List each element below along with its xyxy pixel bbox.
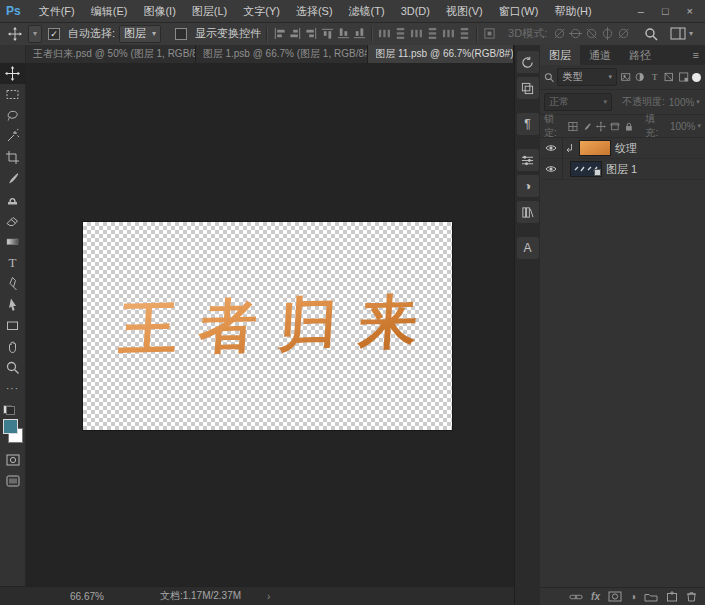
layer-name[interactable]: 图层 1 bbox=[606, 162, 637, 177]
align-right-icon[interactable] bbox=[305, 27, 318, 40]
filter-shape-icon[interactable] bbox=[663, 71, 674, 83]
menu-item-3d[interactable]: 3D(D) bbox=[393, 0, 438, 22]
menu-item-window[interactable]: 窗口(W) bbox=[491, 0, 547, 22]
layer-row-layer1[interactable]: 图层 1 bbox=[540, 159, 705, 180]
shape-tool[interactable] bbox=[0, 315, 26, 336]
brush-tool[interactable] bbox=[0, 168, 26, 189]
search-icon[interactable] bbox=[644, 27, 658, 41]
workspace-switcher-icon[interactable] bbox=[670, 27, 686, 40]
hand-tool[interactable] bbox=[0, 336, 26, 357]
quick-mask-button[interactable] bbox=[0, 449, 26, 470]
panel-menu-icon[interactable]: ≡ bbox=[693, 45, 705, 65]
delete-layer-icon[interactable] bbox=[686, 591, 697, 602]
menu-item-view[interactable]: 视图(V) bbox=[438, 0, 491, 22]
menu-item-filter[interactable]: 滤镜(T) bbox=[341, 0, 393, 22]
auto-select-checkbox[interactable]: ✓ bbox=[48, 28, 60, 40]
edit-toolbar-icon[interactable]: ··· bbox=[0, 378, 26, 399]
document-tab-2[interactable]: 图层 1.psb @ 66.7% (图层 1, RGB/8#) * × bbox=[196, 45, 368, 63]
current-tool-icon[interactable]: ▾ bbox=[8, 25, 42, 43]
distribute-spacing-icon[interactable] bbox=[483, 27, 496, 40]
menu-item-file[interactable]: 文件(F) bbox=[31, 0, 83, 22]
status-options-chevron-icon[interactable]: › bbox=[267, 591, 270, 602]
show-transform-checkbox[interactable] bbox=[175, 28, 187, 40]
add-layer-mask-icon[interactable] bbox=[608, 591, 622, 602]
screen-mode-button[interactable] bbox=[0, 470, 26, 491]
fill-field[interactable]: 100% ▾ bbox=[670, 121, 701, 132]
maximize-button[interactable]: □ bbox=[662, 5, 669, 17]
filter-toggle[interactable] bbox=[692, 73, 701, 82]
move-tool[interactable] bbox=[0, 63, 26, 84]
type-tool[interactable]: T bbox=[0, 252, 26, 273]
distribute-top-icon[interactable] bbox=[378, 27, 391, 40]
filter-type-dropdown[interactable]: 类型 ▾ bbox=[557, 68, 616, 86]
layer-thumbnail[interactable] bbox=[571, 162, 601, 176]
filter-smart-object-icon[interactable] bbox=[678, 71, 689, 83]
blend-mode-dropdown[interactable]: 正常 ▾ bbox=[544, 93, 612, 111]
align-bottom-icon[interactable] bbox=[353, 27, 366, 40]
clone-source-panel-icon[interactable] bbox=[517, 77, 539, 99]
tab-layers[interactable]: 图层 bbox=[540, 45, 580, 65]
layer-thumbnail[interactable] bbox=[580, 141, 610, 155]
menu-item-layer[interactable]: 图层(L) bbox=[184, 0, 235, 22]
visibility-toggle[interactable] bbox=[540, 159, 563, 179]
menu-item-image[interactable]: 图像(I) bbox=[135, 0, 183, 22]
align-top-icon[interactable] bbox=[321, 27, 334, 40]
canvas-area[interactable]: 王者归来 bbox=[26, 63, 514, 587]
rectangular-marquee-tool[interactable] bbox=[0, 84, 26, 105]
zoom-tool[interactable] bbox=[0, 357, 26, 378]
lock-transparency-icon[interactable] bbox=[568, 121, 578, 132]
document-tab-3-active[interactable]: 图层 11.psb @ 66.7%(RGB/8#) * × bbox=[368, 45, 514, 63]
distribute-vertical-icon[interactable] bbox=[394, 27, 407, 40]
menu-item-edit[interactable]: 编辑(E) bbox=[83, 0, 136, 22]
crop-tool[interactable] bbox=[0, 147, 26, 168]
menu-item-select[interactable]: 选择(S) bbox=[288, 0, 341, 22]
minimize-button[interactable]: – bbox=[638, 5, 644, 17]
tool-preset-chevron-icon[interactable]: ▾ bbox=[28, 25, 42, 43]
document-tab-1[interactable]: 王者归来.psd @ 50% (图层 1, RGB/8#) × bbox=[26, 45, 196, 63]
filter-pixel-icon[interactable] bbox=[620, 71, 631, 83]
layer-row-texture[interactable]: 纹理 bbox=[540, 138, 705, 159]
align-left-icon[interactable] bbox=[273, 27, 286, 40]
history-panel-icon[interactable] bbox=[517, 51, 539, 73]
character-panel-icon[interactable]: A bbox=[517, 237, 539, 259]
adjustments-panel-icon[interactable]: ◑ bbox=[517, 175, 539, 197]
default-colors-icon[interactable] bbox=[3, 405, 15, 415]
add-adjustment-layer-icon[interactable]: ◑ bbox=[630, 591, 636, 602]
auto-select-dropdown[interactable]: 图层 ▾ bbox=[119, 25, 161, 43]
new-layer-icon[interactable] bbox=[666, 591, 678, 602]
new-group-icon[interactable] bbox=[644, 592, 658, 602]
lock-position-icon[interactable] bbox=[596, 121, 606, 132]
eraser-tool[interactable] bbox=[0, 210, 26, 231]
pen-tool[interactable] bbox=[0, 273, 26, 294]
distribute-right-icon[interactable] bbox=[458, 27, 471, 40]
layer-style-icon[interactable]: fx bbox=[591, 591, 600, 602]
tab-channels[interactable]: 通道 bbox=[580, 45, 620, 65]
lock-artboard-icon[interactable] bbox=[610, 121, 620, 132]
tab-paths[interactable]: 路径 bbox=[620, 45, 660, 65]
opacity-field[interactable]: 100% ▾ bbox=[669, 97, 700, 108]
styles-panel-icon[interactable] bbox=[517, 201, 539, 223]
distribute-bottom-icon[interactable] bbox=[410, 27, 423, 40]
distribute-left-icon[interactable] bbox=[426, 27, 439, 40]
align-center-horizontal-icon[interactable] bbox=[289, 27, 302, 40]
close-button[interactable]: × bbox=[687, 5, 693, 17]
align-middle-vertical-icon[interactable] bbox=[337, 27, 350, 40]
visibility-toggle[interactable] bbox=[540, 138, 563, 158]
filter-adjustment-icon[interactable] bbox=[634, 71, 645, 83]
gradient-tool[interactable] bbox=[0, 231, 26, 252]
paragraph-panel-icon[interactable]: ¶ bbox=[517, 113, 539, 135]
path-selection-tool[interactable] bbox=[0, 294, 26, 315]
filter-type-icon[interactable]: T bbox=[649, 71, 660, 83]
lasso-tool[interactable] bbox=[0, 105, 26, 126]
menu-item-type[interactable]: 文字(Y) bbox=[235, 0, 288, 22]
lock-all-icon[interactable] bbox=[624, 121, 634, 132]
link-layers-icon[interactable] bbox=[569, 592, 583, 602]
properties-panel-icon[interactable] bbox=[517, 149, 539, 171]
clone-stamp-tool[interactable] bbox=[0, 189, 26, 210]
document-canvas[interactable]: 王者归来 bbox=[83, 222, 452, 430]
menu-item-help[interactable]: 帮助(H) bbox=[546, 0, 599, 22]
distribute-center-icon[interactable] bbox=[442, 27, 455, 40]
foreground-color-swatch[interactable] bbox=[3, 419, 18, 434]
lock-image-icon[interactable] bbox=[582, 121, 592, 132]
layer-name[interactable]: 纹理 bbox=[615, 141, 637, 156]
